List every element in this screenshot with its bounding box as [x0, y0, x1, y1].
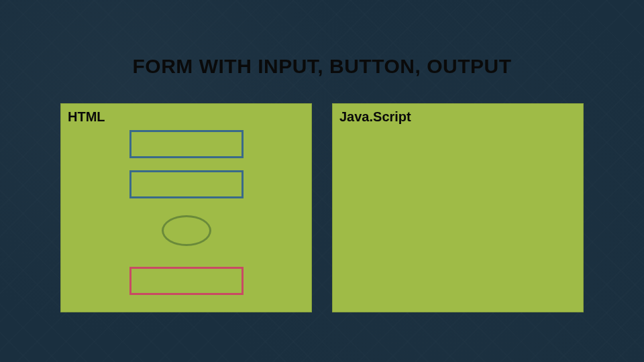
- html-panel-label: HTML: [61, 104, 311, 125]
- panels-row: HTML Java.Script: [60, 103, 584, 312]
- javascript-panel-label: Java.Script: [333, 104, 583, 125]
- html-shapes: [61, 125, 311, 310]
- html-panel: HTML: [60, 103, 312, 312]
- javascript-panel: Java.Script: [332, 103, 584, 312]
- button-shape: [162, 215, 211, 246]
- input-field-shape-2: [129, 170, 244, 198]
- slide-title: FORM WITH INPUT, BUTTON, OUTPUT: [0, 55, 644, 78]
- input-field-shape-1: [129, 130, 244, 158]
- output-field-shape: [129, 267, 244, 295]
